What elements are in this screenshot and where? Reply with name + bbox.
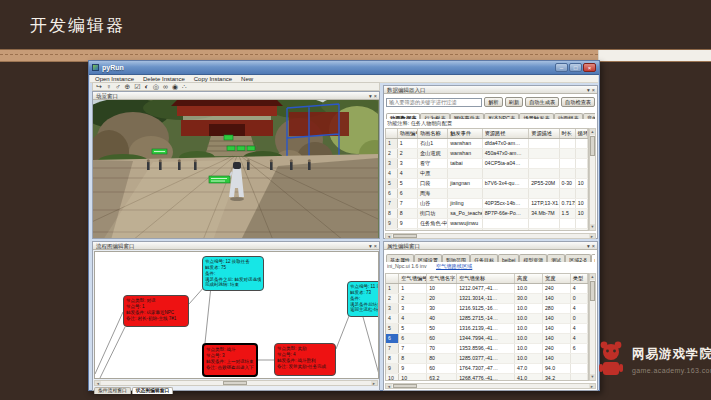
edit-box-icon[interactable]: ☑ [134, 83, 140, 91]
table-cell[interactable]: 4 [397, 169, 417, 179]
battle-node[interactable]: 节点类型: 战斗节点号: 3触发条件: 上一对话结束备注: 击败强盗后进入下一步 [202, 343, 258, 377]
row-number-cell[interactable]: 7 [386, 344, 399, 354]
table-cell[interactable]: 10 [575, 179, 587, 189]
table-cell[interactable]: 9 [397, 219, 417, 229]
hscroll-thumb[interactable] [223, 381, 247, 385]
table-row[interactable]: 66周海 [386, 189, 588, 199]
table-row[interactable]: 99任务角色-中山wanwujinwu [386, 219, 588, 229]
table-cell[interactable]: 12TP,13-X1… [529, 199, 559, 209]
table-cell[interactable]: 4 [570, 284, 587, 294]
table-cell[interactable]: 1285.2715,-14… [457, 314, 515, 324]
table-cell[interactable]: 30 [427, 304, 457, 314]
table-cell[interactable]: 60 [427, 364, 457, 374]
table-row[interactable]: 101063.21268.4776,-41…41.034.2 [386, 374, 588, 382]
finish-node[interactable]: 节点编号: 11 完成触发者: 73条件:满足条件后结束返回主流程-结束 [347, 281, 379, 317]
table-cell[interactable]: 34.2 [542, 374, 570, 382]
row-number-cell[interactable]: 10 [386, 374, 399, 382]
table-cell[interactable] [482, 169, 529, 179]
table-cell[interactable]: 1344.7994,-41… [457, 334, 515, 344]
table-row[interactable]: 22201321.3014,-11…30.01400 [386, 294, 588, 304]
graph-tab[interactable]: 状态图编辑窗口 [132, 387, 174, 394]
table-cell[interactable]: 10.0 [515, 344, 543, 354]
link-icon[interactable]: ∞ [163, 83, 168, 91]
target-icon[interactable]: ◎ [153, 83, 159, 91]
scroll-left-icon[interactable]: ◂ [386, 384, 392, 388]
female-entity-icon[interactable]: ♀ [106, 83, 111, 91]
table-cell[interactable]: 4 [570, 304, 587, 314]
table-cell[interactable]: 山谷 [417, 199, 447, 209]
row-number-cell[interactable]: 7 [386, 199, 397, 209]
table-cell[interactable] [482, 219, 529, 229]
panel-pin-icon[interactable]: ▾ [369, 243, 372, 249]
table-cell[interactable]: 8P7P-66e-Po… [482, 209, 529, 219]
column-header[interactable]: 空气墙坐标 [457, 274, 515, 284]
table-cell[interactable]: 街口坊 [417, 209, 447, 219]
column-header[interactable]: 动画名称 [417, 129, 447, 139]
table-cell[interactable]: 10.0 [515, 324, 543, 334]
panel-pin-icon[interactable]: ▾ [369, 93, 372, 99]
query-tab[interactable]: 场景触发表 [519, 113, 553, 119]
table-cell[interactable]: 5 [397, 179, 417, 189]
table-cell[interactable]: 2 [399, 294, 427, 304]
table-cell[interactable]: 30.0 [515, 294, 543, 304]
table-cell[interactable]: 8 [397, 209, 417, 219]
more-tools-icon[interactable]: ∴ [182, 83, 186, 91]
menu-item[interactable]: Delete Instance [143, 76, 185, 82]
exit-icon[interactable]: ↪ [96, 83, 102, 91]
row-number-cell[interactable]: 3 [386, 304, 399, 314]
table-cell[interactable] [559, 169, 575, 179]
column-header[interactable]: 类型 [570, 274, 587, 284]
table-cell[interactable]: 240 [542, 344, 570, 354]
table-cell[interactable] [559, 159, 575, 169]
attr-tab[interactable]: 山野空气墙 [591, 254, 595, 262]
table-row[interactable]: 11101212.0477,-41…10.02404 [386, 284, 588, 294]
scroll-left-icon[interactable]: ◂ [95, 381, 101, 385]
table-cell[interactable]: wanshan [448, 149, 482, 159]
attr-tab[interactable]: beibei [498, 254, 519, 262]
vscroll-thumb[interactable] [590, 136, 595, 156]
table-cell[interactable]: taibai [448, 159, 482, 169]
table-cell[interactable] [575, 169, 587, 179]
reward-node[interactable]: 节点类型: 奖励节点号: 4触发条件: 战斗胜利备注: 发放奖励-任务完成 [274, 343, 336, 376]
scroll-up-icon[interactable]: ▴ [590, 129, 595, 135]
row-number-cell[interactable]: 6 [386, 334, 399, 344]
table-cell[interactable] [559, 149, 575, 159]
table-cell[interactable]: 1 [399, 284, 427, 294]
column-header[interactable]: 高度 [515, 274, 543, 284]
table-cell[interactable] [570, 364, 587, 374]
table-cell[interactable]: 240 [542, 284, 570, 294]
table-cell[interactable]: 金山道观 [417, 149, 447, 159]
table-cell[interactable] [570, 374, 587, 382]
table-cell[interactable]: 10 [427, 284, 457, 294]
query-tab[interactable]: 音效表 [583, 113, 595, 119]
table-cell[interactable] [559, 229, 575, 232]
column-header[interactable]: 资源路径 [482, 129, 529, 139]
table-cell[interactable] [575, 219, 587, 229]
row-number-cell[interactable]: 3 [386, 159, 397, 169]
table-cell[interactable]: 10 [575, 209, 587, 219]
attr-hscrollbar[interactable]: ◂ ▸ [385, 383, 596, 389]
panel-pin-icon[interactable]: ▾ [587, 87, 590, 93]
graph-hscrollbar[interactable]: ◂ ▸ [94, 380, 378, 386]
query-action-button[interactable]: 解析 [484, 97, 502, 107]
column-header[interactable]: 循环 [575, 129, 587, 139]
table-cell[interactable]: 80 [427, 354, 457, 364]
table-cell[interactable]: 60 [427, 334, 457, 344]
table-cell[interactable]: 4 [399, 314, 427, 324]
table-cell[interactable]: 3 [399, 304, 427, 314]
scene-panel-header[interactable]: 场景窗口 ▾× [93, 92, 379, 100]
query-vscrollbar[interactable]: ▴ ▾ [589, 128, 596, 231]
table-cell[interactable] [529, 229, 559, 232]
table-cell[interactable]: 10.0 [515, 304, 543, 314]
table-cell[interactable] [575, 139, 587, 149]
graph-canvas[interactable]: 节点编号: 12 接取任务触发者: 75条件:满足条件之后: 触发对话选项完成时… [94, 251, 379, 379]
maximize-button[interactable]: □ [569, 63, 582, 72]
table-cell[interactable]: wanwujinwu [448, 229, 482, 232]
window-titlebar[interactable]: pyRun –□× [89, 61, 599, 75]
table-cell[interactable]: 9 [399, 364, 427, 374]
table-cell[interactable]: 1321.3014,-11… [457, 294, 515, 304]
row-number-cell[interactable]: 5 [386, 179, 397, 189]
table-cell[interactable]: 1316.2139,-41… [457, 324, 515, 334]
row-number-cell[interactable]: 4 [386, 314, 399, 324]
table-cell[interactable]: wanwujinwu [448, 219, 482, 229]
